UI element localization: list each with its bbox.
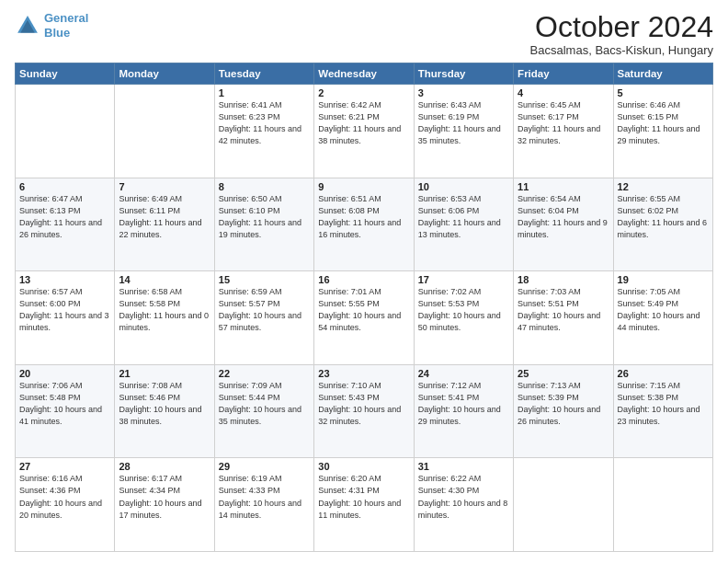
day-info: Sunrise: 6:22 AMSunset: 4:30 PMDaylight:…	[418, 473, 509, 521]
day-number: 28	[119, 461, 210, 472]
day-info: Sunrise: 6:17 AMSunset: 4:34 PMDaylight:…	[119, 473, 210, 521]
day-number: 19	[618, 274, 709, 285]
calendar-cell: 28Sunrise: 6:17 AMSunset: 4:34 PMDayligh…	[115, 458, 214, 552]
day-info: Sunrise: 6:55 AMSunset: 6:02 PMDaylight:…	[618, 193, 709, 241]
day-info: Sunrise: 7:13 AMSunset: 5:39 PMDaylight:…	[518, 380, 609, 428]
day-number: 17	[418, 274, 509, 285]
calendar-cell: 3Sunrise: 6:43 AMSunset: 6:19 PMDaylight…	[414, 85, 513, 178]
col-header-monday: Monday	[115, 63, 214, 85]
day-info: Sunrise: 7:10 AMSunset: 5:43 PMDaylight:…	[318, 380, 409, 428]
calendar-cell: 29Sunrise: 6:19 AMSunset: 4:33 PMDayligh…	[214, 458, 313, 552]
day-number: 5	[618, 87, 709, 98]
day-info: Sunrise: 6:19 AMSunset: 4:33 PMDaylight:…	[219, 473, 310, 521]
logo-line2: Blue	[44, 26, 70, 40]
calendar-week-3: 13Sunrise: 6:57 AMSunset: 6:00 PMDayligh…	[16, 271, 713, 365]
col-header-tuesday: Tuesday	[214, 63, 313, 85]
calendar-week-4: 20Sunrise: 7:06 AMSunset: 5:48 PMDayligh…	[16, 364, 713, 458]
day-number: 20	[19, 368, 110, 379]
day-number: 6	[19, 181, 110, 192]
day-info: Sunrise: 7:06 AMSunset: 5:48 PMDaylight:…	[19, 380, 110, 428]
calendar-cell: 1Sunrise: 6:41 AMSunset: 6:23 PMDaylight…	[214, 85, 313, 178]
day-info: Sunrise: 6:59 AMSunset: 5:57 PMDaylight:…	[219, 286, 310, 334]
logo-line1: General	[44, 11, 88, 25]
day-info: Sunrise: 7:12 AMSunset: 5:41 PMDaylight:…	[418, 380, 509, 428]
month-title: October 2024	[530, 11, 713, 43]
day-number: 3	[418, 87, 509, 98]
calendar-cell: 18Sunrise: 7:03 AMSunset: 5:51 PMDayligh…	[514, 271, 613, 365]
col-header-saturday: Saturday	[613, 63, 712, 85]
day-number: 9	[318, 181, 409, 192]
col-header-friday: Friday	[514, 63, 613, 85]
day-number: 15	[219, 274, 310, 285]
calendar-cell	[115, 85, 214, 178]
day-number: 10	[418, 181, 509, 192]
calendar-cell: 5Sunrise: 6:46 AMSunset: 6:15 PMDaylight…	[613, 85, 712, 178]
calendar-cell	[16, 85, 115, 178]
calendar-cell: 10Sunrise: 6:53 AMSunset: 6:06 PMDayligh…	[414, 178, 513, 271]
calendar-cell: 6Sunrise: 6:47 AMSunset: 6:13 PMDaylight…	[16, 178, 115, 271]
day-number: 4	[518, 87, 609, 98]
day-number: 18	[518, 274, 609, 285]
day-number: 26	[618, 368, 709, 379]
day-number: 14	[119, 274, 210, 285]
title-block: October 2024 Bacsalmas, Bacs-Kiskun, Hun…	[530, 11, 713, 57]
calendar-table: SundayMondayTuesdayWednesdayThursdayFrid…	[15, 63, 713, 552]
calendar-cell: 9Sunrise: 6:51 AMSunset: 6:08 PMDaylight…	[314, 178, 414, 271]
logo-icon	[15, 13, 40, 39]
day-number: 16	[318, 274, 409, 285]
day-info: Sunrise: 6:57 AMSunset: 6:00 PMDaylight:…	[19, 286, 110, 334]
calendar-cell: 11Sunrise: 6:54 AMSunset: 6:04 PMDayligh…	[514, 178, 613, 271]
logo: General Blue	[15, 11, 88, 40]
col-header-thursday: Thursday	[414, 63, 513, 85]
day-info: Sunrise: 6:45 AMSunset: 6:17 PMDaylight:…	[518, 99, 609, 147]
calendar-cell: 24Sunrise: 7:12 AMSunset: 5:41 PMDayligh…	[414, 364, 513, 458]
day-info: Sunrise: 7:08 AMSunset: 5:46 PMDaylight:…	[119, 380, 210, 428]
day-info: Sunrise: 6:46 AMSunset: 6:15 PMDaylight:…	[618, 99, 709, 147]
day-info: Sunrise: 6:58 AMSunset: 5:58 PMDaylight:…	[119, 286, 210, 334]
calendar-cell: 26Sunrise: 7:15 AMSunset: 5:38 PMDayligh…	[613, 364, 712, 458]
day-number: 31	[418, 461, 509, 472]
day-number: 27	[19, 461, 110, 472]
calendar-cell: 16Sunrise: 7:01 AMSunset: 5:55 PMDayligh…	[314, 271, 414, 365]
calendar-week-2: 6Sunrise: 6:47 AMSunset: 6:13 PMDaylight…	[16, 178, 713, 271]
day-info: Sunrise: 6:47 AMSunset: 6:13 PMDaylight:…	[19, 193, 110, 241]
day-info: Sunrise: 7:09 AMSunset: 5:44 PMDaylight:…	[219, 380, 310, 428]
day-number: 8	[219, 181, 310, 192]
day-info: Sunrise: 6:53 AMSunset: 6:06 PMDaylight:…	[418, 193, 509, 241]
day-number: 7	[119, 181, 210, 192]
day-info: Sunrise: 7:05 AMSunset: 5:49 PMDaylight:…	[618, 286, 709, 334]
day-number: 29	[219, 461, 310, 472]
calendar-cell: 30Sunrise: 6:20 AMSunset: 4:31 PMDayligh…	[314, 458, 414, 552]
calendar-cell: 25Sunrise: 7:13 AMSunset: 5:39 PMDayligh…	[514, 364, 613, 458]
col-header-sunday: Sunday	[16, 63, 115, 85]
day-number: 22	[219, 368, 310, 379]
day-number: 23	[318, 368, 409, 379]
day-number: 2	[318, 87, 409, 98]
calendar-header-row: SundayMondayTuesdayWednesdayThursdayFrid…	[16, 63, 713, 85]
calendar-cell: 27Sunrise: 6:16 AMSunset: 4:36 PMDayligh…	[16, 458, 115, 552]
calendar-cell: 8Sunrise: 6:50 AMSunset: 6:10 PMDaylight…	[214, 178, 313, 271]
calendar-cell: 23Sunrise: 7:10 AMSunset: 5:43 PMDayligh…	[314, 364, 414, 458]
day-info: Sunrise: 7:15 AMSunset: 5:38 PMDaylight:…	[618, 380, 709, 428]
day-info: Sunrise: 6:42 AMSunset: 6:21 PMDaylight:…	[318, 99, 409, 147]
calendar-cell: 12Sunrise: 6:55 AMSunset: 6:02 PMDayligh…	[613, 178, 712, 271]
day-info: Sunrise: 6:16 AMSunset: 4:36 PMDaylight:…	[19, 473, 110, 521]
day-info: Sunrise: 6:43 AMSunset: 6:19 PMDaylight:…	[418, 99, 509, 147]
day-info: Sunrise: 7:02 AMSunset: 5:53 PMDaylight:…	[418, 286, 509, 334]
location: Bacsalmas, Bacs-Kiskun, Hungary	[530, 43, 713, 57]
day-info: Sunrise: 7:03 AMSunset: 5:51 PMDaylight:…	[518, 286, 609, 334]
day-number: 1	[219, 87, 310, 98]
day-number: 12	[618, 181, 709, 192]
calendar-cell: 31Sunrise: 6:22 AMSunset: 4:30 PMDayligh…	[414, 458, 513, 552]
day-info: Sunrise: 7:01 AMSunset: 5:55 PMDaylight:…	[318, 286, 409, 334]
day-info: Sunrise: 6:50 AMSunset: 6:10 PMDaylight:…	[219, 193, 310, 241]
page: General Blue October 2024 Bacsalmas, Bac…	[0, 0, 728, 563]
day-info: Sunrise: 6:49 AMSunset: 6:11 PMDaylight:…	[119, 193, 210, 241]
header: General Blue October 2024 Bacsalmas, Bac…	[15, 11, 713, 57]
day-number: 21	[119, 368, 210, 379]
day-info: Sunrise: 6:51 AMSunset: 6:08 PMDaylight:…	[318, 193, 409, 241]
calendar-week-1: 1Sunrise: 6:41 AMSunset: 6:23 PMDaylight…	[16, 85, 713, 178]
day-number: 11	[518, 181, 609, 192]
logo-text: General Blue	[44, 11, 88, 40]
calendar-cell: 20Sunrise: 7:06 AMSunset: 5:48 PMDayligh…	[16, 364, 115, 458]
